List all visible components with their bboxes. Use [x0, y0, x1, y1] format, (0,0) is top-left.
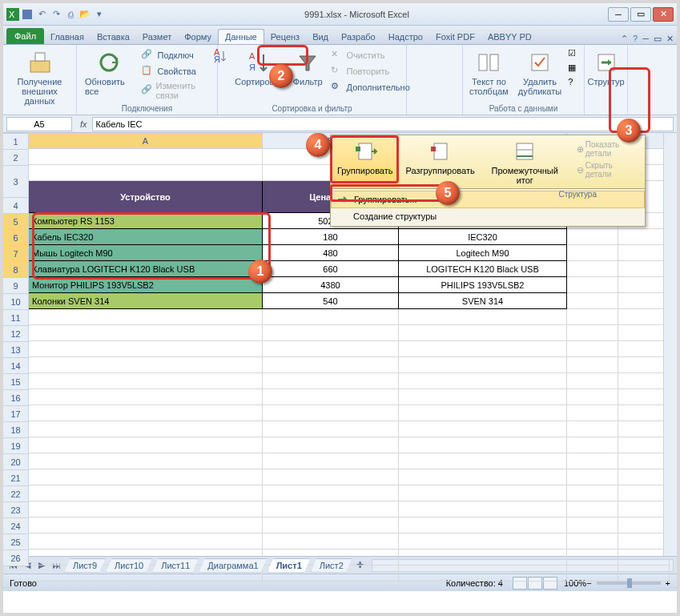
cell[interactable]	[618, 437, 670, 453]
cell[interactable]	[567, 341, 618, 357]
tab-foxit[interactable]: Foxit PDF	[429, 30, 481, 44]
redo-icon[interactable]: ↷	[50, 8, 62, 21]
cell[interactable]	[399, 405, 567, 421]
cell[interactable]: Компьютер RS 1153	[29, 213, 263, 229]
cell[interactable]	[618, 533, 670, 550]
tab-insert[interactable]: Вставка	[91, 30, 136, 44]
cell[interactable]	[618, 389, 670, 405]
cell[interactable]	[263, 421, 399, 437]
cell[interactable]	[399, 453, 567, 469]
cell[interactable]: Монитор PHILIPS 193V5LSB2	[29, 277, 263, 293]
cell[interactable]	[567, 261, 618, 277]
cell[interactable]	[263, 437, 399, 453]
cell[interactable]	[263, 389, 399, 405]
cell[interactable]	[399, 533, 567, 550]
cell[interactable]	[399, 421, 567, 437]
cell[interactable]	[567, 517, 618, 533]
cell[interactable]	[399, 550, 567, 566]
row-header[interactable]: 24	[3, 518, 29, 534]
cell[interactable]	[567, 293, 618, 309]
cell[interactable]	[29, 421, 263, 437]
dropdown-icon[interactable]: ▾	[93, 8, 106, 21]
cell[interactable]	[618, 421, 670, 437]
workbook-min-icon[interactable]: ─	[642, 34, 649, 44]
sheet-tab[interactable]: Лист1	[268, 558, 311, 573]
consolidate-icon[interactable]: ▦	[568, 62, 581, 75]
col-header-a[interactable]: A	[29, 133, 263, 149]
cell[interactable]	[263, 469, 399, 485]
cell[interactable]	[263, 501, 399, 517]
tab-formulas[interactable]: Форму	[178, 30, 218, 44]
sheet-tab[interactable]: Лист10	[106, 558, 152, 573]
refresh-all-button[interactable]: Обновить все	[82, 48, 136, 101]
cell[interactable]	[29, 469, 263, 485]
cell[interactable]	[263, 357, 399, 373]
row-header[interactable]: 11	[3, 310, 29, 326]
cell[interactable]	[567, 309, 618, 325]
cell[interactable]	[618, 325, 670, 341]
advanced-button[interactable]: ⚙Дополнительно	[329, 80, 412, 95]
row-header[interactable]: 6	[3, 230, 29, 246]
cell[interactable]	[399, 325, 567, 341]
row-header[interactable]: 13	[3, 342, 29, 358]
cell[interactable]	[567, 245, 618, 261]
edit-links-button[interactable]: 🔗Изменить связи	[139, 80, 212, 101]
cell[interactable]	[618, 229, 670, 245]
row-header[interactable]: 2	[3, 150, 29, 166]
tab-developer[interactable]: Разрабо	[335, 30, 382, 44]
group-button[interactable]: Группировать	[331, 135, 400, 188]
fx-icon[interactable]: fx	[75, 119, 92, 129]
properties-button[interactable]: 📋Свойства	[139, 64, 212, 79]
cell[interactable]: PHILIPS 193V5LSB2	[399, 277, 567, 293]
cell[interactable]	[399, 357, 567, 373]
connections-button[interactable]: 🔗Подключ	[139, 48, 212, 62]
cell[interactable]	[263, 533, 399, 550]
cell[interactable]	[567, 373, 618, 389]
cell[interactable]	[618, 517, 670, 533]
clear-filter-button[interactable]: ✕Очистить	[329, 48, 412, 62]
cell[interactable]: 480	[263, 245, 399, 261]
cell[interactable]	[567, 469, 618, 485]
subtotal-button[interactable]: Промежуточный итог	[481, 135, 569, 188]
undo-icon[interactable]: ↶	[35, 8, 48, 21]
cell[interactable]	[618, 485, 670, 501]
cell[interactable]	[29, 325, 263, 341]
sheet-tab[interactable]: Лист11	[152, 558, 199, 573]
cell[interactable]	[263, 405, 399, 421]
cell[interactable]: Мышь Logitech М90	[29, 245, 263, 261]
cell[interactable]	[567, 566, 618, 582]
cell[interactable]	[567, 357, 618, 373]
name-box[interactable]	[6, 117, 72, 131]
cell[interactable]	[29, 309, 263, 325]
cell[interactable]	[263, 485, 399, 501]
cell[interactable]	[567, 389, 618, 405]
cell[interactable]	[29, 389, 263, 405]
row-header[interactable]: 22	[3, 486, 29, 502]
tab-file[interactable]: Файл	[6, 28, 44, 44]
cell[interactable]	[567, 325, 618, 341]
cell[interactable]	[618, 550, 670, 566]
cell[interactable]	[618, 293, 670, 309]
row-header[interactable]: 20	[3, 454, 29, 470]
cell[interactable]	[29, 453, 263, 469]
cell[interactable]	[567, 485, 618, 501]
cell[interactable]	[567, 437, 618, 453]
cell[interactable]	[618, 453, 670, 469]
print-icon[interactable]: ⎙	[64, 8, 77, 21]
cell[interactable]	[618, 469, 670, 485]
cell[interactable]: Клавиатура LOGITECH K120 Black USB	[29, 261, 263, 277]
external-data-button[interactable]: Получение внешних данных	[8, 48, 71, 107]
row-header[interactable]: 12	[3, 326, 29, 342]
cell[interactable]	[567, 550, 618, 566]
cell[interactable]	[399, 341, 567, 357]
close-button[interactable]: ✕	[653, 7, 674, 22]
cell[interactable]	[567, 453, 618, 469]
cell[interactable]	[618, 277, 670, 293]
tab-review[interactable]: Реценз	[264, 30, 306, 44]
cell[interactable]: Устройство	[29, 181, 263, 213]
cell[interactable]	[399, 437, 567, 453]
cell[interactable]	[618, 245, 670, 261]
row-header[interactable]: 10	[3, 294, 29, 310]
row-header[interactable]: 4	[3, 198, 29, 214]
cell[interactable]: Logitech М90	[399, 245, 567, 261]
